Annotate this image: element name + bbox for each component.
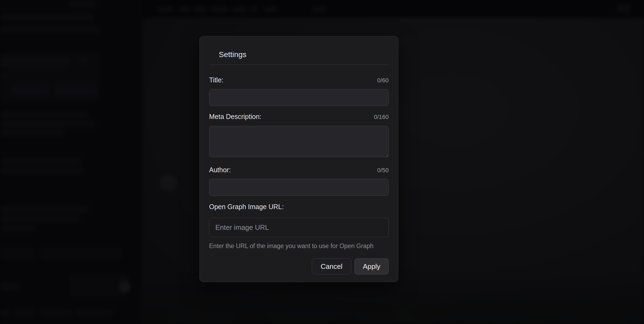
og-image-url-input[interactable] — [209, 218, 389, 237]
author-char-counter: 0/50 — [377, 167, 389, 174]
title-label: Title: — [209, 76, 223, 84]
header-divider — [209, 65, 389, 65]
og-helper-text: Enter the URL of the image you want to u… — [209, 242, 389, 249]
settings-dialog: Settings Title: 0/60 Meta Description: 0… — [199, 36, 398, 282]
title-input[interactable] — [209, 89, 389, 106]
cancel-button[interactable]: Cancel — [312, 258, 351, 274]
apply-button[interactable]: Apply — [355, 258, 389, 274]
meta-description-char-counter: 0/160 — [374, 114, 389, 121]
dialog-actions: Cancel Apply — [209, 258, 389, 274]
title-char-counter: 0/60 — [377, 77, 389, 84]
meta-description-label: Meta Description: — [209, 112, 262, 121]
dialog-title: Settings — [200, 36, 398, 59]
app-window: Settings Title: 0/60 Meta Description: 0… — [0, 0, 644, 324]
author-label: Author: — [209, 166, 231, 174]
meta-description-textarea[interactable] — [209, 126, 389, 157]
dialog-body: Title: 0/60 Meta Description: 0/160 Auth… — [200, 76, 398, 274]
og-image-url-label: Open Graph Image URL: — [209, 203, 284, 211]
author-input[interactable] — [209, 179, 389, 196]
